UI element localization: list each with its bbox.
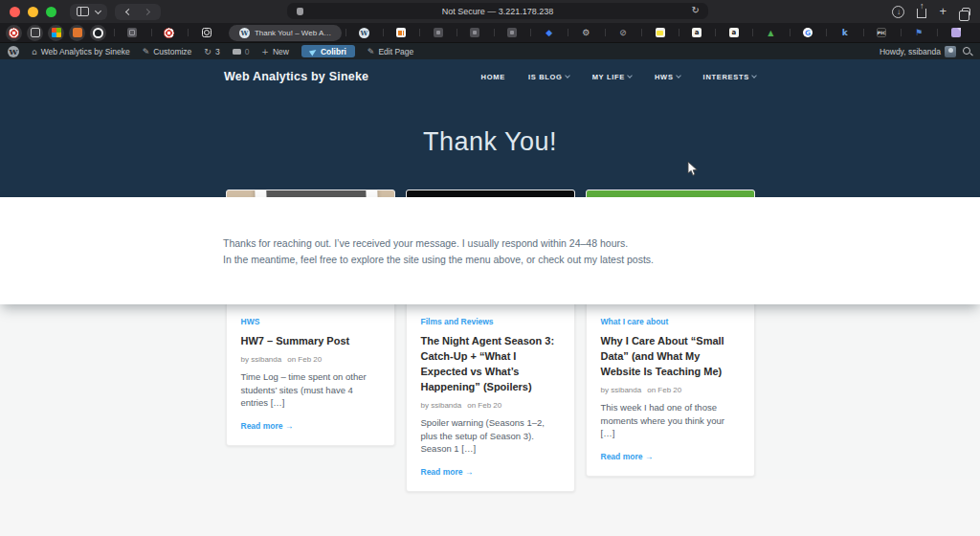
browser-titlebar: Not Secure — 3.221.178.238 ↻ ↓ +: [0, 0, 980, 23]
tab-amazon-icon-1[interactable]: a: [679, 23, 716, 42]
tab-overview-icon[interactable]: [962, 8, 970, 16]
tab-app-icon-1[interactable]: [419, 23, 457, 42]
comments-menu[interactable]: 0: [233, 47, 250, 56]
grey-app-icon: [127, 28, 137, 37]
tab-helm-icon[interactable]: [151, 23, 189, 42]
tab-notes-icon[interactable]: [641, 23, 679, 42]
tab-folder-icon[interactable]: [937, 23, 974, 42]
post-author[interactable]: by ssibanda: [601, 386, 642, 394]
tab-app-icon-3[interactable]: [494, 23, 531, 42]
nav-item-interests[interactable]: INTERESTS: [703, 73, 756, 81]
sidebar-icon[interactable]: [77, 7, 89, 16]
nav-item-home[interactable]: HOME: [481, 73, 505, 81]
colibri-label: Colibri: [321, 47, 346, 56]
post-author[interactable]: by ssibanda: [241, 355, 282, 364]
titlebar-actions: ↓ +: [892, 6, 970, 18]
helm-icon: [9, 28, 19, 38]
tab-diamond-icon[interactable]: ◆: [530, 23, 568, 42]
close-window-button[interactable]: [10, 7, 20, 17]
pinned-tab-console-icon[interactable]: [27, 25, 43, 41]
pinned-tab-microsoft-icon[interactable]: [48, 25, 64, 41]
nav-item-is-blog[interactable]: IS BLOG: [528, 73, 569, 81]
tab-k-icon[interactable]: k: [826, 23, 863, 42]
tab-flag-icon[interactable]: ⚑: [901, 23, 938, 42]
nav-item-my-life[interactable]: MY LIFE: [592, 73, 632, 81]
colibri-button[interactable]: Colibri: [301, 45, 355, 57]
tab-amazon-icon-2[interactable]: a: [715, 23, 752, 42]
tab-strip: WThank You! – Web A…W◆⚙⊘aa▲GkPIC⚑: [114, 23, 974, 42]
nav-item-hws[interactable]: HWS: [655, 73, 680, 81]
forward-button[interactable]: [144, 8, 150, 14]
plus-icon: +: [261, 47, 269, 56]
post-title[interactable]: Why I Care About “Small Data” (and What …: [601, 334, 740, 380]
chevron-down-icon: [676, 73, 681, 78]
analytics-icon: [396, 28, 406, 37]
customize-menu[interactable]: ✎ Customize: [143, 47, 192, 56]
post-category-link[interactable]: Films and Reviews: [421, 317, 494, 326]
post-category-link[interactable]: HWS: [241, 317, 260, 326]
new-content-menu[interactable]: + New: [261, 47, 289, 56]
wp-logo-menu[interactable]: W: [8, 46, 19, 57]
tab-pic-icon[interactable]: PIC: [863, 23, 901, 42]
active-tab[interactable]: WThank You! – Web A…: [229, 25, 342, 41]
post-category-link[interactable]: What I care about: [601, 317, 669, 326]
edit-page-label: Edit Page: [378, 47, 413, 56]
pencil-icon: ✎: [143, 47, 150, 56]
my-account-menu[interactable]: Howdy, ssibanda: [880, 46, 956, 57]
tab-app-icon-2[interactable]: [457, 23, 494, 42]
read-more-link[interactable]: Read more →: [241, 421, 294, 431]
pinned-tab-orange-app-icon[interactable]: [69, 25, 85, 41]
tab-analytics-icon[interactable]: [383, 23, 420, 42]
pinned-tab-github-icon[interactable]: [90, 25, 106, 41]
post-title[interactable]: HW7 – Summary Post: [241, 334, 380, 349]
helm-icon: [164, 28, 174, 38]
notes-icon: [656, 28, 665, 37]
blocked-icon: ⊘: [618, 28, 628, 37]
url-bar[interactable]: Not Secure — 3.221.178.238 ↻: [287, 3, 708, 19]
downloads-icon[interactable]: ↓: [892, 6, 904, 18]
tab-blocked-icon[interactable]: ⊘: [605, 23, 642, 42]
site-name-label: Web Analytics by Sineke: [41, 47, 130, 56]
page-title: Thank You!: [0, 127, 980, 157]
window-controls: [10, 7, 56, 17]
comments-count: 0: [245, 47, 250, 56]
read-more-link[interactable]: Read more →: [601, 452, 654, 461]
privacy-shield-icon[interactable]: [297, 8, 303, 15]
wordpress-icon: W: [239, 28, 250, 38]
panel-line-2: In the meantime, feel free to explore th…: [223, 252, 980, 268]
site-title[interactable]: Web Analytics by Sineke: [224, 70, 368, 83]
avatar: [945, 46, 956, 57]
share-icon[interactable]: [917, 9, 926, 18]
drive-icon: ▲: [766, 28, 775, 37]
chevron-down-icon: [565, 73, 570, 78]
tab-camera-icon[interactable]: [188, 23, 225, 42]
gear-icon: ⚙: [581, 28, 590, 37]
post-title[interactable]: The Night Agent Season 3: Catch-Up + “Wh…: [421, 334, 560, 395]
pinned-tab-helm-icon[interactable]: [6, 25, 22, 41]
pic-icon: PIC: [877, 28, 886, 37]
tab-gear-icon[interactable]: ⚙: [568, 23, 605, 42]
updates-menu[interactable]: ↻ 3: [204, 47, 219, 56]
main-nav: HOME IS BLOG MY LIFE HWS INTERESTS: [481, 73, 756, 81]
tab-google-icon[interactable]: G: [790, 23, 827, 42]
new-tab-button[interactable]: +: [939, 7, 947, 16]
amazon-icon-2: a: [729, 28, 739, 37]
tab-grey-app-icon[interactable]: [114, 23, 151, 42]
post-author[interactable]: by ssibanda: [421, 401, 462, 410]
chevron-down-icon[interactable]: [95, 7, 101, 13]
zoom-window-button[interactable]: [46, 7, 56, 17]
edit-page-menu[interactable]: ✎ Edit Page: [368, 47, 413, 56]
wp-admin-bar: W ⌂ Web Analytics by Sineke ✎ Customize …: [0, 43, 980, 59]
site-name-menu[interactable]: ⌂ Web Analytics by Sineke: [32, 47, 130, 56]
read-more-link[interactable]: Read more →: [421, 467, 474, 477]
tab-drive-icon[interactable]: ▲: [752, 23, 790, 42]
reload-icon[interactable]: ↻: [692, 5, 700, 15]
minimize-window-button[interactable]: [28, 7, 38, 17]
back-button[interactable]: [125, 8, 132, 14]
search-icon[interactable]: [962, 46, 972, 56]
tab-wordpress-icon[interactable]: W: [345, 23, 383, 42]
post-date: on Feb 20: [287, 355, 322, 364]
thank-you-panel: Thanks for reaching out. I’ve received y…: [0, 197, 980, 304]
wordpress-icon: W: [359, 28, 369, 38]
diamond-icon: ◆: [545, 28, 554, 37]
